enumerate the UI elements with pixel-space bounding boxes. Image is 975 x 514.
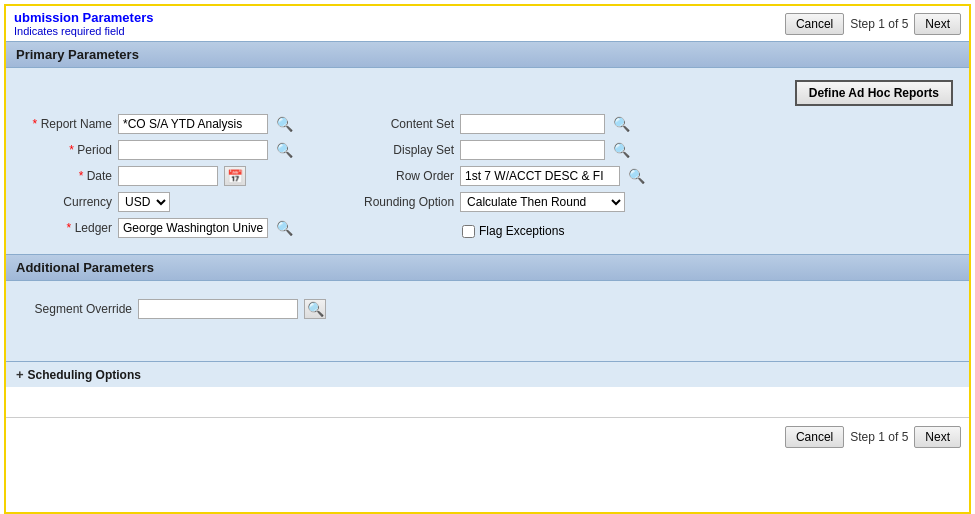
ledger-star: * xyxy=(67,221,75,235)
rounding-option-row: Rounding Option Calculate Then Round Rou… xyxy=(364,192,646,212)
display-set-input[interactable] xyxy=(460,140,605,160)
ledger-input[interactable] xyxy=(118,218,268,238)
row-order-input[interactable] xyxy=(460,166,620,186)
bottom-next-button[interactable]: Next xyxy=(914,426,961,448)
report-name-input[interactable] xyxy=(118,114,268,134)
top-next-button[interactable]: Next xyxy=(914,13,961,35)
display-set-row: Display Set 🔍 xyxy=(364,140,646,160)
period-search-icon[interactable]: 🔍 xyxy=(274,140,294,160)
top-step-label: Step 1 of 5 xyxy=(850,17,908,31)
period-input[interactable] xyxy=(118,140,268,160)
define-adhoc-button[interactable]: Define Ad Hoc Reports xyxy=(795,80,953,106)
segment-override-row: Segment Override 🔍 xyxy=(22,299,953,319)
report-name-search-icon[interactable]: 🔍 xyxy=(274,114,294,134)
required-indicator: ubmission Parameters Indicates required … xyxy=(14,10,153,37)
ledger-row: * Ledger 🔍 xyxy=(22,218,294,238)
required-text: Indicates required field xyxy=(14,25,153,37)
segment-override-search-icon[interactable]: 🔍 xyxy=(304,299,326,319)
flag-exceptions-row: Flag Exceptions xyxy=(462,224,646,238)
content-set-input[interactable] xyxy=(460,114,605,134)
scheduling-header[interactable]: + Scheduling Options xyxy=(6,362,969,387)
date-row: * Date 📅 xyxy=(22,166,294,186)
additional-params-body: Segment Override 🔍 xyxy=(6,281,969,361)
additional-params-header: Additional Parameters xyxy=(6,254,969,281)
content-set-row: Content Set 🔍 xyxy=(364,114,646,134)
segment-override-input[interactable] xyxy=(138,299,298,319)
bottom-cancel-button[interactable]: Cancel xyxy=(785,426,844,448)
page-title: ubmission Parameters xyxy=(14,10,153,25)
submission-parameters-container: ubmission Parameters Indicates required … xyxy=(4,4,971,514)
rounding-option-select[interactable]: Calculate Then Round Round Then Calculat… xyxy=(460,192,625,212)
top-actions: Cancel Step 1 of 5 Next xyxy=(785,13,961,35)
bottom-bar: Cancel Step 1 of 5 Next xyxy=(6,417,969,456)
top-cancel-button[interactable]: Cancel xyxy=(785,13,844,35)
report-name-star: * xyxy=(33,117,41,131)
rounding-option-label: Rounding Option xyxy=(364,195,454,209)
row-order-row: Row Order 🔍 xyxy=(364,166,646,186)
scheduling-expand-icon: + xyxy=(16,367,24,382)
date-label: * Date xyxy=(22,169,112,183)
report-name-label: * Report Name xyxy=(22,117,112,131)
right-column: Content Set 🔍 Display Set 🔍 Row Order 🔍 xyxy=(364,114,646,242)
ledger-label: * Ledger xyxy=(22,221,112,235)
form-columns: * Report Name 🔍 * Period 🔍 * Date xyxy=(22,114,953,242)
currency-label: Currency xyxy=(22,195,112,209)
flag-exceptions-label: Flag Exceptions xyxy=(479,224,564,238)
bottom-step-label: Step 1 of 5 xyxy=(850,430,908,444)
content-set-label: Content Set xyxy=(364,117,454,131)
report-name-row: * Report Name 🔍 xyxy=(22,114,294,134)
scheduling-label: Scheduling Options xyxy=(28,368,141,382)
display-set-search-icon[interactable]: 🔍 xyxy=(611,140,631,160)
flag-exceptions-checkbox[interactable] xyxy=(462,225,475,238)
date-input[interactable] xyxy=(118,166,218,186)
period-row: * Period 🔍 xyxy=(22,140,294,160)
top-bar: ubmission Parameters Indicates required … xyxy=(6,6,969,41)
date-star: * xyxy=(79,169,87,183)
row-order-label: Row Order xyxy=(364,169,454,183)
scheduling-section: + Scheduling Options xyxy=(6,361,969,387)
currency-select[interactable]: USD EUR GBP xyxy=(118,192,170,212)
row-order-search-icon[interactable]: 🔍 xyxy=(626,166,646,186)
currency-row: Currency USD EUR GBP xyxy=(22,192,294,212)
primary-params-header: Primary Parameters xyxy=(6,41,969,68)
define-adhoc-row: Define Ad Hoc Reports xyxy=(22,80,953,106)
calendar-icon[interactable]: 📅 xyxy=(224,166,246,186)
segment-override-label: Segment Override xyxy=(22,302,132,316)
primary-params-body: Define Ad Hoc Reports * Report Name 🔍 * … xyxy=(6,68,969,254)
ledger-search-icon[interactable]: 🔍 xyxy=(274,218,294,238)
content-set-search-icon[interactable]: 🔍 xyxy=(611,114,631,134)
period-label: * Period xyxy=(22,143,112,157)
display-set-label: Display Set xyxy=(364,143,454,157)
left-column: * Report Name 🔍 * Period 🔍 * Date xyxy=(22,114,294,242)
